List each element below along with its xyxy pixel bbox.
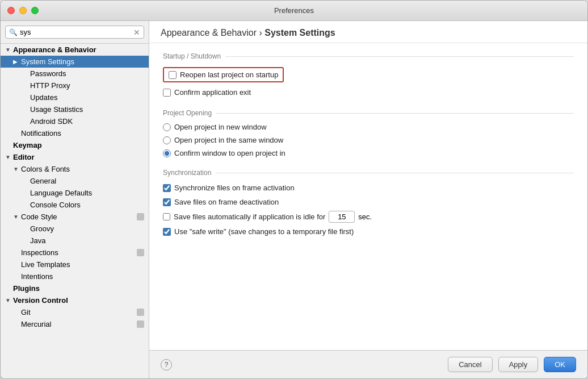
save-auto-row: Save files automatically if application … — [163, 211, 574, 223]
sidebar-item-code-style[interactable]: ▼ Code Style — [1, 211, 149, 223]
sidebar-item-android-sdk[interactable]: Android SDK — [1, 115, 149, 127]
sidebar-item-http-proxy[interactable]: HTTP Proxy — [1, 80, 149, 91]
breadcrumb-main: System Settings — [264, 28, 335, 38]
minimize-button[interactable] — [19, 7, 27, 14]
startup-shutdown-label: Startup / Shutdown — [163, 52, 574, 60]
main-content: 🔍 ✕ ▼ Appearance & Behavior ▶ System Set… — [1, 21, 587, 378]
maximize-button[interactable] — [31, 7, 39, 14]
save-auto-checkbox[interactable] — [163, 213, 170, 220]
sidebar-item-console-colors[interactable]: Console Colors — [1, 199, 149, 211]
sidebar-item-updates[interactable]: Updates — [1, 91, 149, 103]
titlebar: Preferences — [1, 1, 587, 21]
window-controls — [7, 7, 39, 14]
sidebar-item-label: Git — [21, 308, 31, 316]
arrow-icon: ▼ — [5, 297, 13, 303]
startup-shutdown-section: Startup / Shutdown Reopen last project o… — [163, 52, 574, 98]
sidebar-item-plugins[interactable]: Plugins — [1, 282, 149, 294]
search-wrapper: 🔍 ✕ — [5, 26, 144, 39]
sidebar-item-label: Passwords — [30, 69, 66, 78]
confirm-app-exit-checkbox[interactable] — [163, 89, 171, 97]
preferences-window: Preferences 🔍 ✕ ▼ Appearance & Behavior … — [0, 0, 588, 379]
badge-icon — [137, 249, 144, 256]
save-auto-label-after: sec. — [358, 213, 372, 221]
safe-write-label[interactable]: Use "safe write" (save changes to a temp… — [174, 227, 354, 236]
open-new-window-label[interactable]: Open project in new window — [174, 123, 267, 131]
sidebar-item-general[interactable]: General — [1, 175, 149, 187]
panel-body: Startup / Shutdown Reopen last project o… — [149, 43, 587, 350]
sidebar-item-label: System Settings — [21, 57, 74, 66]
badge-icon — [137, 320, 144, 328]
panel-breadcrumb: Appearance & Behavior › System Settings — [161, 28, 335, 38]
save-auto-label-before[interactable]: Save files automatically if application … — [174, 213, 325, 221]
sidebar-item-label: Console Colors — [30, 201, 81, 209]
sidebar-item-notifications[interactable]: Notifications — [1, 127, 149, 139]
sidebar-item-usage-statistics[interactable]: Usage Statistics — [1, 103, 149, 115]
sidebar-item-version-control[interactable]: ▼ Version Control — [1, 294, 149, 306]
cancel-button[interactable]: Cancel — [448, 357, 492, 372]
search-clear-icon[interactable]: ✕ — [133, 28, 140, 36]
sidebar-item-label: Language Defaults — [30, 189, 92, 197]
sidebar-item-label: Mercurial — [21, 320, 51, 328]
save-on-deactivation-label[interactable]: Save files on frame deactivation — [174, 198, 279, 206]
sidebar-item-intentions[interactable]: Intentions — [1, 270, 149, 282]
sidebar-item-keymap[interactable]: Keymap — [1, 139, 149, 151]
sidebar-item-label: Java — [30, 236, 45, 245]
help-button[interactable]: ? — [161, 359, 172, 370]
badge-icon — [137, 309, 144, 316]
window-title: Preferences — [274, 6, 314, 15]
sidebar-item-label: Plugins — [13, 284, 40, 293]
save-auto-input[interactable] — [329, 211, 355, 223]
sidebar-item-inspections[interactable]: Inspections — [1, 247, 149, 259]
arrow-icon: ▼ — [13, 214, 21, 220]
confirm-window-radio[interactable] — [163, 149, 171, 157]
sidebar-item-appearance-behavior[interactable]: ▼ Appearance & Behavior — [1, 44, 149, 56]
ok-button[interactable]: OK — [544, 357, 576, 372]
sidebar-item-editor[interactable]: ▼ Editor — [1, 151, 149, 163]
panel-header: Appearance & Behavior › System Settings — [149, 21, 587, 43]
sidebar-item-label: Code Style — [21, 213, 57, 221]
sidebar-item-system-settings[interactable]: ▶ System Settings — [1, 56, 149, 68]
confirm-app-exit-label[interactable]: Confirm application exit — [174, 88, 251, 97]
sidebar-item-label: Usage Statistics — [30, 105, 83, 114]
reopen-last-project-checkbox[interactable] — [169, 71, 177, 79]
open-same-window-row: Open project in the same window — [163, 136, 574, 144]
sidebar-item-mercurial[interactable]: Mercurial — [1, 318, 149, 330]
search-input[interactable] — [20, 28, 131, 36]
sidebar-item-label: Android SDK — [30, 117, 73, 126]
reopen-last-project-highlight: Reopen last project on startup — [163, 67, 284, 82]
search-icon: 🔍 — [9, 28, 18, 36]
synchronization-label: Synchronization — [163, 169, 574, 177]
sidebar-item-groovy[interactable]: Groovy — [1, 223, 149, 235]
project-opening-label: Project Opening — [163, 109, 574, 117]
search-bar: 🔍 ✕ — [1, 21, 149, 44]
sync-on-frame-checkbox[interactable] — [163, 184, 171, 192]
project-opening-section: Project Opening Open project in new wind… — [163, 109, 574, 157]
safe-write-checkbox[interactable] — [163, 228, 171, 236]
open-new-window-row: Open project in new window — [163, 123, 574, 131]
sidebar-item-java[interactable]: Java — [1, 235, 149, 247]
open-same-window-radio[interactable] — [163, 136, 171, 144]
open-new-window-radio[interactable] — [163, 123, 171, 131]
sidebar-item-colors-fonts[interactable]: ▼ Colors & Fonts — [1, 163, 149, 175]
open-same-window-label[interactable]: Open project in the same window — [174, 136, 283, 144]
sidebar-item-live-templates[interactable]: Live Templates — [1, 259, 149, 270]
sidebar-item-label: Updates — [30, 93, 57, 102]
sidebar-item-label: Appearance & Behavior — [13, 45, 96, 54]
breadcrumb-prefix: Appearance & Behavior › — [161, 28, 264, 38]
confirm-window-label[interactable]: Confirm window to open project in — [174, 149, 285, 157]
sidebar-item-passwords[interactable]: Passwords — [1, 68, 149, 80]
confirm-window-row: Confirm window to open project in — [163, 149, 574, 157]
badge-icon — [137, 213, 144, 220]
bottom-bar: ? Cancel Apply OK — [149, 350, 587, 378]
sidebar-item-language-defaults[interactable]: Language Defaults — [1, 187, 149, 199]
sync-on-frame-label[interactable]: Synchronize files on frame activation — [174, 184, 295, 192]
help-icon-label: ? — [165, 361, 169, 369]
sidebar-item-label: Editor — [13, 153, 35, 161]
save-on-deactivation-checkbox[interactable] — [163, 198, 171, 206]
sidebar-item-git[interactable]: Git — [1, 306, 149, 318]
close-button[interactable] — [7, 7, 15, 14]
sidebar-item-label: Version Control — [13, 296, 68, 305]
reopen-last-project-label[interactable]: Reopen last project on startup — [180, 70, 278, 79]
apply-button[interactable]: Apply — [498, 357, 539, 372]
sidebar-item-label: Groovy — [30, 224, 54, 233]
